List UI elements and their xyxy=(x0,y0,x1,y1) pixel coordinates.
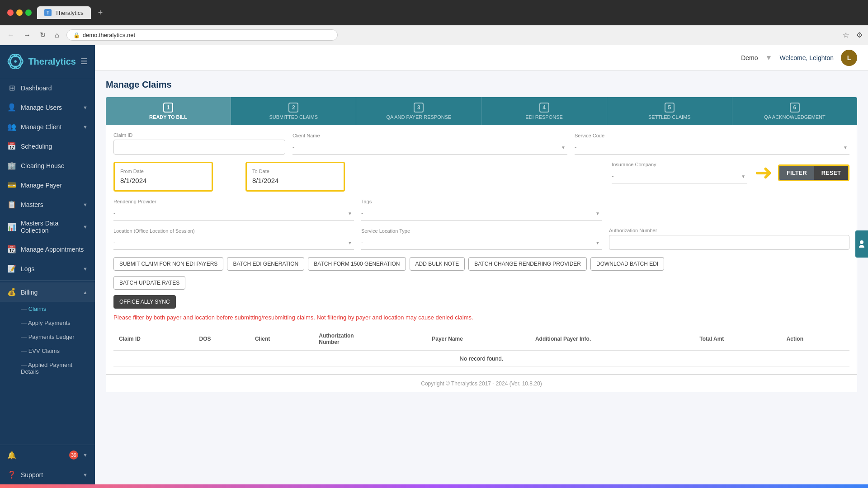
browser-tab[interactable]: T Theralytics xyxy=(37,6,91,19)
extensions-icon[interactable]: ⚙ xyxy=(856,31,863,39)
demo-selector[interactable]: Demo xyxy=(741,54,758,61)
sidebar-item-support[interactable]: ❓ Support ▼ xyxy=(0,465,95,484)
tab-qa-payer-response[interactable]: 3 QA AND PAYER RESPONSE xyxy=(356,97,481,125)
sidebar-sub-claims[interactable]: Claims xyxy=(0,302,95,316)
reload-button[interactable]: ↻ xyxy=(38,29,47,41)
tab-label-qa-acknowledgement: QA ACKNOWLEDGEMENT xyxy=(764,114,826,120)
chevron-icon-6: ▲ xyxy=(83,290,88,295)
chevron-icon-3: ▼ xyxy=(83,202,88,207)
filter-row-4: Location (Office Location of Session) - … xyxy=(113,228,849,250)
client-name-select[interactable]: - xyxy=(292,140,567,155)
tab-qa-acknowledgement[interactable]: 6 QA ACKNOWLEDGEMENT xyxy=(732,97,857,125)
claim-id-label: Claim ID xyxy=(113,132,285,138)
tab-edi-response[interactable]: 4 EDI RESPONSE xyxy=(482,97,607,125)
annotation-arrow: ➜ xyxy=(755,162,773,183)
sidebar-label-masters-data: Masters Data Collection xyxy=(21,220,78,234)
auth-number-input[interactable] xyxy=(609,235,849,250)
filter-button[interactable]: FILTER xyxy=(779,166,814,180)
sidebar-label-manage-client: Manage Client xyxy=(21,123,78,131)
address-text: demo.theralytics.net xyxy=(83,32,135,38)
col-claim-id: Claim ID xyxy=(113,328,194,350)
masters-data-icon: 📊 xyxy=(7,223,16,231)
tags-select[interactable]: - xyxy=(361,206,602,221)
copyright-text: Copyright © Theralytics 2017 - 2024 (Ver… xyxy=(421,380,542,387)
page-footer: Copyright © Theralytics 2017 - 2024 (Ver… xyxy=(106,375,857,392)
insurance-company-select[interactable]: - xyxy=(612,169,747,183)
sidebar-item-logs[interactable]: 📝 Logs ▼ xyxy=(0,259,95,278)
service-location-select[interactable]: - xyxy=(361,235,602,250)
sidebar-item-masters-data[interactable]: 📊 Masters Data Collection ▼ xyxy=(0,214,95,239)
warning-message: Please filter by both payer and location… xyxy=(113,314,849,321)
sidebar: Theralytics ☰ ⊞ Dashboard 👤 Manage Users… xyxy=(0,45,95,484)
rendering-provider-label: Rendering Provider xyxy=(113,199,354,204)
tab-submitted-claims[interactable]: 2 SUBMITTED CLAIMS xyxy=(231,97,356,125)
rendering-provider-select[interactable]: - xyxy=(113,206,354,221)
sidebar-item-manage-appointments[interactable]: 📆 Manage Appointments xyxy=(0,239,95,259)
filter-controls-wrapper: ➜ FILTER RESET xyxy=(755,162,849,183)
svg-point-4 xyxy=(860,240,863,244)
tags-field: Tags - xyxy=(361,199,602,221)
manage-client-icon: 👥 xyxy=(7,122,16,131)
right-panel-icon xyxy=(858,239,865,249)
address-input[interactable]: 🔒 demo.theralytics.net xyxy=(66,29,338,41)
back-button[interactable]: ← xyxy=(5,29,16,41)
batch-update-rates-button[interactable]: BATCH UPDATE RATES xyxy=(113,276,185,290)
tab-label-qa-payer-response: QA AND PAYER RESPONSE xyxy=(387,114,452,120)
tab-ready-to-bill[interactable]: 1 READY TO BILL xyxy=(106,97,231,125)
sidebar-item-dashboard[interactable]: ⊞ Dashboard xyxy=(0,78,95,98)
sidebar-item-manage-payer[interactable]: 💳 Manage Payer xyxy=(0,175,95,195)
from-date-input[interactable] xyxy=(120,177,206,184)
claims-table: Claim ID DOS Client AuthorizationNumber … xyxy=(113,328,849,367)
logo-icon xyxy=(7,52,24,70)
submit-claim-non-edi-button[interactable]: SUBMIT CLAIM FOR NON EDI PAYERS xyxy=(113,257,223,271)
reset-button[interactable]: RESET xyxy=(814,166,848,180)
download-batch-edi-button[interactable]: DOWNLOAD BATCH EDI xyxy=(590,257,664,271)
logs-icon: 📝 xyxy=(7,264,16,273)
close-window-button[interactable] xyxy=(7,9,14,16)
user-avatar[interactable]: L xyxy=(841,50,857,66)
tab-num-2: 2 xyxy=(288,103,298,113)
minimize-window-button[interactable] xyxy=(16,9,23,16)
tab-settled-claims[interactable]: 5 SETTLED CLAIMS xyxy=(607,97,732,125)
sidebar-sub-payments-ledger[interactable]: Payments Ledger xyxy=(0,330,95,344)
from-date-field[interactable]: From Date xyxy=(113,162,213,192)
sidebar-item-notification[interactable]: 🔔 39 ▼ xyxy=(0,445,95,465)
sidebar-sub-applied-payment-details[interactable]: Applied Payment Details xyxy=(0,358,95,379)
sidebar-sub-apply-payments[interactable]: Apply Payments xyxy=(0,316,95,330)
forward-button[interactable]: → xyxy=(22,29,33,41)
batch-form-1500-button[interactable]: BATCH FORM 1500 GENERATION xyxy=(308,257,406,271)
col-action: Action xyxy=(781,328,849,350)
location-select[interactable]: - xyxy=(113,235,354,250)
to-date-field[interactable]: To Date xyxy=(245,162,345,192)
logo-lytics: lytics xyxy=(53,56,76,66)
sidebar-label-manage-appointments: Manage Appointments xyxy=(21,246,88,253)
to-date-input[interactable] xyxy=(252,177,338,184)
batch-change-rendering-button[interactable]: BATCH CHANGE RENDERING PROVIDER xyxy=(468,257,587,271)
home-button[interactable]: ⌂ xyxy=(53,29,61,41)
new-tab-button[interactable]: + xyxy=(98,8,103,18)
office-ally-sync-button[interactable]: OFFICE ALLY SYNC xyxy=(113,295,176,309)
sidebar-item-scheduling[interactable]: 📅 Scheduling xyxy=(0,136,95,156)
hamburger-menu[interactable]: ☰ xyxy=(80,56,88,66)
sidebar-item-masters[interactable]: 📋 Masters ▼ xyxy=(0,195,95,214)
tab-num-6: 6 xyxy=(790,103,800,113)
dashboard-icon: ⊞ xyxy=(7,84,16,92)
claim-id-input[interactable] xyxy=(113,140,285,155)
claim-id-field: Claim ID xyxy=(113,132,285,155)
bookmark-icon[interactable]: ☆ xyxy=(843,31,849,39)
right-panel-toggle[interactable] xyxy=(855,230,868,258)
sidebar-item-billing[interactable]: 💰 Billing ▲ xyxy=(0,282,95,302)
sidebar-label-logs: Logs xyxy=(21,265,78,272)
maximize-window-button[interactable] xyxy=(25,9,32,16)
main-content: Demo ▼ Welcome, Leighton L Manage Claims… xyxy=(95,45,868,484)
sidebar-sub-evv-claims[interactable]: EVV Claims xyxy=(0,344,95,358)
batch-edi-generation-button[interactable]: BATCH EDI GENERATION xyxy=(227,257,304,271)
service-code-select[interactable]: - xyxy=(575,140,849,155)
sidebar-item-manage-client[interactable]: 👥 Manage Client ▼ xyxy=(0,117,95,136)
demo-dropdown-icon: ▼ xyxy=(765,54,773,62)
sidebar-item-manage-users[interactable]: 👤 Manage Users ▼ xyxy=(0,98,95,117)
tags-label: Tags xyxy=(361,199,602,204)
filter-row-1: Claim ID Client Name - Service Code - xyxy=(113,132,849,155)
add-bulk-note-button[interactable]: ADD BULK NOTE xyxy=(410,257,465,271)
sidebar-item-clearing-house[interactable]: 🏢 Clearing House xyxy=(0,156,95,175)
